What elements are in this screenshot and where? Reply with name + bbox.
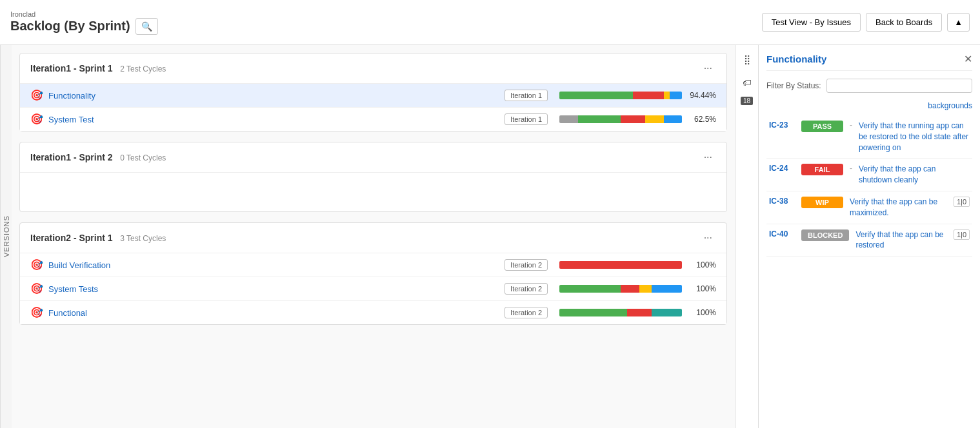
sprint-menu-button[interactable]: ··· bbox=[700, 150, 716, 164]
progress-bar bbox=[559, 92, 682, 99]
issue-desc[interactable]: Verify that the app can shutdown cleanly bbox=[859, 164, 970, 186]
cycle-row: 🎯 Functional Iteration 2 100% bbox=[20, 301, 726, 324]
arrow-button[interactable]: ▲ bbox=[947, 13, 970, 32]
cycle-row: 🎯 System Tests Iteration 2 100% bbox=[20, 277, 726, 301]
sprint-title-row: Iteration2 - Sprint 1 3 Test Cycles bbox=[30, 233, 166, 243]
arrow-up-icon: ▲ bbox=[954, 17, 963, 27]
progress-bar bbox=[559, 261, 682, 269]
test-view-button[interactable]: Test View - By Issues bbox=[762, 13, 861, 32]
iteration-badge: Iteration 1 bbox=[505, 90, 548, 101]
sprints-container: Iteration1 - Sprint 1 2 Test Cycles ··· … bbox=[19, 53, 727, 325]
issue-sep: - bbox=[850, 164, 852, 173]
cycle-icon: 🎯 bbox=[30, 258, 43, 271]
sprint-empty bbox=[20, 173, 726, 211]
panel-title: Functionality bbox=[766, 54, 826, 64]
progress-pct: 100% bbox=[687, 284, 716, 293]
toolbar-drag-handle[interactable]: ⣿ bbox=[740, 50, 754, 68]
filter-row: Filter By Status: bbox=[766, 79, 972, 93]
sprint-title-row: Iteration1 - Sprint 1 2 Test Cycles bbox=[30, 63, 166, 73]
versions-label: VERSIONS bbox=[3, 216, 10, 258]
progress-container: Iteration 2 100% bbox=[505, 259, 716, 271]
issue-sep: - bbox=[850, 121, 852, 130]
drag-icon: ⣿ bbox=[744, 54, 750, 64]
sprint-section: Iteration1 - Sprint 1 2 Test Cycles ··· … bbox=[19, 53, 727, 131]
panel-header: Functionality ✕ bbox=[766, 53, 972, 71]
issue-id[interactable]: IC-38 bbox=[769, 197, 795, 206]
cycle-name[interactable]: Build Verification bbox=[48, 260, 505, 270]
sprint-title: Iteration1 - Sprint 1 bbox=[30, 63, 113, 73]
cycle-icon: 🎯 bbox=[30, 282, 43, 295]
search-icon: 🔍 bbox=[141, 21, 152, 32]
cycle-row: 🎯 Functionality Iteration 1 94.44% bbox=[20, 84, 726, 108]
sprint-header: Iteration1 - Sprint 2 0 Test Cycles ··· bbox=[20, 142, 726, 173]
cycle-name[interactable]: System Tests bbox=[48, 284, 505, 294]
page-title: Backlog (By Sprint) 🔍 bbox=[10, 18, 158, 35]
cycle-icon: 🎯 bbox=[30, 89, 43, 102]
status-badge: BLOCKED bbox=[801, 229, 849, 241]
iteration-badge: Iteration 2 bbox=[505, 283, 548, 295]
issue-row: IC-24 FAIL - Verify that the app can shu… bbox=[766, 159, 972, 191]
progress-bar bbox=[559, 285, 682, 293]
sprint-header: Iteration2 - Sprint 1 3 Test Cycles ··· bbox=[20, 223, 726, 253]
progress-container: Iteration 1 94.44% bbox=[505, 90, 716, 101]
issue-desc[interactable]: Verify that the app can be maximized. bbox=[850, 197, 947, 219]
progress-bar bbox=[559, 115, 682, 123]
filter-label: Filter By Status: bbox=[766, 81, 821, 90]
cycle-name[interactable]: Functional bbox=[48, 308, 505, 318]
issue-list: IC-23 PASS - Verify that the running app… bbox=[766, 115, 972, 257]
cycle-icon: 🎯 bbox=[30, 306, 43, 319]
progress-container: Iteration 1 62.5% bbox=[505, 113, 716, 125]
toolbar-filter-button[interactable]: 🏷 bbox=[739, 73, 755, 92]
app-name: Ironclad bbox=[10, 10, 158, 18]
sprint-section: Iteration2 - Sprint 1 3 Test Cycles ··· … bbox=[19, 222, 727, 325]
issue-row: IC-40 BLOCKED Verify that the app can be… bbox=[766, 224, 972, 257]
issue-id[interactable]: IC-23 bbox=[769, 121, 795, 130]
issue-count: 1|0 bbox=[954, 229, 970, 240]
sprint-cycles: 3 Test Cycles bbox=[120, 234, 166, 243]
right-panel: ⣿ 🏷 18 Functionality ✕ Filter By Status: bbox=[735, 45, 980, 428]
right-panel-inner: ⣿ 🏷 18 Functionality ✕ Filter By Status: bbox=[735, 45, 980, 428]
cycle-name[interactable]: Functionality bbox=[48, 91, 505, 101]
sprint-menu-button[interactable]: ··· bbox=[700, 61, 716, 75]
backgrounds-label: backgrounds bbox=[928, 101, 972, 110]
progress-container: Iteration 2 100% bbox=[505, 283, 716, 295]
issue-desc[interactable]: Verify that the app can be restored bbox=[855, 229, 947, 251]
versions-sidebar[interactable]: VERSIONS bbox=[0, 45, 12, 428]
search-button[interactable]: 🔍 bbox=[135, 18, 158, 35]
panel-content: Functionality ✕ Filter By Status: backgr… bbox=[759, 45, 980, 428]
progress-pct: 100% bbox=[687, 308, 716, 317]
page-title-text: Backlog (By Sprint) bbox=[10, 19, 130, 34]
sprint-section: Iteration1 - Sprint 2 0 Test Cycles ··· bbox=[19, 142, 727, 212]
panel-close-button[interactable]: ✕ bbox=[964, 53, 972, 65]
issue-id[interactable]: IC-40 bbox=[769, 229, 795, 238]
iteration-badge: Iteration 2 bbox=[505, 259, 548, 271]
filter-icon: 🏷 bbox=[743, 77, 752, 88]
sprint-header: Iteration1 - Sprint 1 2 Test Cycles ··· bbox=[20, 54, 726, 84]
sprint-title-row: Iteration1 - Sprint 2 0 Test Cycles bbox=[30, 152, 166, 162]
toolbar-badge: 18 bbox=[741, 97, 753, 105]
sprint-cycles: 2 Test Cycles bbox=[120, 64, 166, 73]
issue-id[interactable]: IC-24 bbox=[769, 164, 795, 173]
iteration-badge: Iteration 1 bbox=[505, 113, 548, 125]
back-to-boards-button[interactable]: Back to Boards bbox=[866, 13, 942, 32]
header-left: Ironclad Backlog (By Sprint) 🔍 bbox=[10, 10, 158, 35]
cycle-name[interactable]: System Test bbox=[48, 115, 505, 124]
progress-pct: 94.44% bbox=[687, 91, 716, 100]
sprint-title: Iteration2 - Sprint 1 bbox=[30, 233, 113, 243]
page-header: Ironclad Backlog (By Sprint) 🔍 Test View… bbox=[0, 0, 980, 45]
main-layout: VERSIONS Iteration1 - Sprint 1 2 Test Cy… bbox=[0, 45, 980, 428]
sprint-cycles: 0 Test Cycles bbox=[120, 153, 166, 162]
sprint-menu-button[interactable]: ··· bbox=[700, 231, 716, 245]
right-panel-toolbar: ⣿ 🏷 18 bbox=[735, 45, 759, 428]
filter-status-input[interactable] bbox=[826, 79, 972, 93]
progress-container: Iteration 2 100% bbox=[505, 307, 716, 318]
sprint-title: Iteration1 - Sprint 2 bbox=[30, 152, 113, 162]
issue-desc[interactable]: Verify that the running app can be resto… bbox=[859, 121, 970, 153]
cycle-icon: 🎯 bbox=[30, 113, 43, 126]
content-area: Iteration1 - Sprint 1 2 Test Cycles ··· … bbox=[12, 45, 735, 428]
issue-count: 1|0 bbox=[954, 197, 970, 207]
progress-pct: 62.5% bbox=[687, 115, 716, 124]
status-badge: PASS bbox=[801, 121, 843, 132]
issue-row: IC-38 WIP Verify that the app can be max… bbox=[766, 191, 972, 224]
progress-bar bbox=[559, 309, 682, 316]
